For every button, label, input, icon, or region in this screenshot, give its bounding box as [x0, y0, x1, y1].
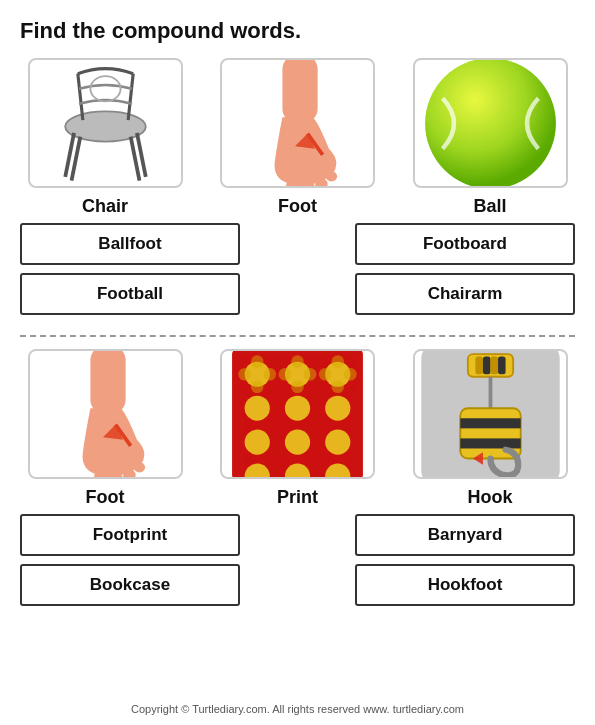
image-box-chair	[28, 58, 183, 188]
svg-rect-56	[460, 418, 520, 428]
svg-line-6	[128, 73, 133, 120]
chair-label: Chair	[82, 196, 128, 217]
svg-point-12	[326, 171, 337, 181]
options-row-1-s2: Footprint Barnyard	[20, 514, 575, 556]
svg-point-15	[425, 58, 556, 188]
section-1: Chair	[20, 58, 575, 323]
foot2-label: Foot	[86, 487, 125, 508]
option-hookfoot[interactable]: Hookfoot	[355, 564, 575, 606]
image-item-chair: Chair	[20, 58, 190, 217]
svg-point-20	[133, 462, 144, 472]
svg-point-41	[291, 380, 304, 393]
option-ballfoot[interactable]: Ballfoot	[20, 223, 240, 265]
svg-rect-16	[90, 349, 125, 414]
svg-point-43	[304, 367, 317, 380]
svg-point-0	[65, 111, 146, 141]
options-row-2-s2: Bookcase Hookfoot	[20, 564, 575, 606]
image-box-foot	[220, 58, 375, 188]
footer-text: Copyright © Turtlediary.com. All rights …	[20, 699, 575, 715]
foot-label: Foot	[278, 196, 317, 217]
svg-rect-52	[490, 356, 498, 374]
svg-point-29	[325, 395, 350, 420]
image-item-print: Print	[213, 349, 383, 508]
svg-rect-57	[460, 438, 520, 448]
section-divider	[20, 335, 575, 337]
image-item-hook: Hook	[405, 349, 575, 508]
svg-point-39	[264, 367, 277, 380]
svg-point-27	[245, 395, 270, 420]
page-title: Find the compound words.	[20, 18, 575, 44]
svg-rect-53	[498, 356, 506, 374]
ball-icon	[415, 58, 566, 188]
images-row-1: Chair	[20, 58, 575, 217]
svg-point-47	[344, 367, 357, 380]
print-icon	[222, 349, 373, 479]
svg-point-31	[285, 429, 310, 454]
svg-point-45	[331, 380, 344, 393]
svg-rect-8	[282, 58, 317, 123]
print-label: Print	[277, 487, 318, 508]
ball-label: Ball	[473, 196, 506, 217]
svg-point-42	[279, 367, 292, 380]
option-footboard[interactable]: Footboard	[355, 223, 575, 265]
image-box-ball	[413, 58, 568, 188]
svg-point-7	[90, 76, 120, 101]
hook-label: Hook	[468, 487, 513, 508]
foot2-icon	[30, 349, 181, 479]
svg-point-30	[245, 429, 270, 454]
option-footprint[interactable]: Footprint	[20, 514, 240, 556]
svg-point-40	[291, 355, 304, 368]
image-box-hook	[413, 349, 568, 479]
option-bookcase[interactable]: Bookcase	[20, 564, 240, 606]
chair-icon	[30, 58, 181, 188]
svg-line-5	[77, 73, 82, 120]
svg-point-28	[285, 395, 310, 420]
option-chairarm[interactable]: Chairarm	[355, 273, 575, 315]
images-row-2: Foot	[20, 349, 575, 508]
options-row-2-s1: Football Chairarm	[20, 273, 575, 315]
svg-point-44	[331, 355, 344, 368]
options-row-1-s1: Ballfoot Footboard	[20, 223, 575, 265]
image-item-foot: Foot	[213, 58, 383, 217]
section-2: Foot	[20, 349, 575, 614]
foot-icon	[222, 58, 373, 188]
svg-point-37	[251, 380, 264, 393]
image-box-print	[220, 349, 375, 479]
option-barnyard[interactable]: Barnyard	[355, 514, 575, 556]
svg-point-36	[251, 355, 264, 368]
image-item-ball: Ball	[405, 58, 575, 217]
option-football[interactable]: Football	[20, 273, 240, 315]
hook-icon	[415, 349, 566, 479]
svg-point-32	[325, 429, 350, 454]
svg-rect-50	[475, 356, 483, 374]
svg-rect-51	[482, 356, 490, 374]
svg-point-38	[238, 367, 251, 380]
image-item-foot2: Foot	[20, 349, 190, 508]
image-box-foot2	[28, 349, 183, 479]
svg-point-46	[319, 367, 332, 380]
